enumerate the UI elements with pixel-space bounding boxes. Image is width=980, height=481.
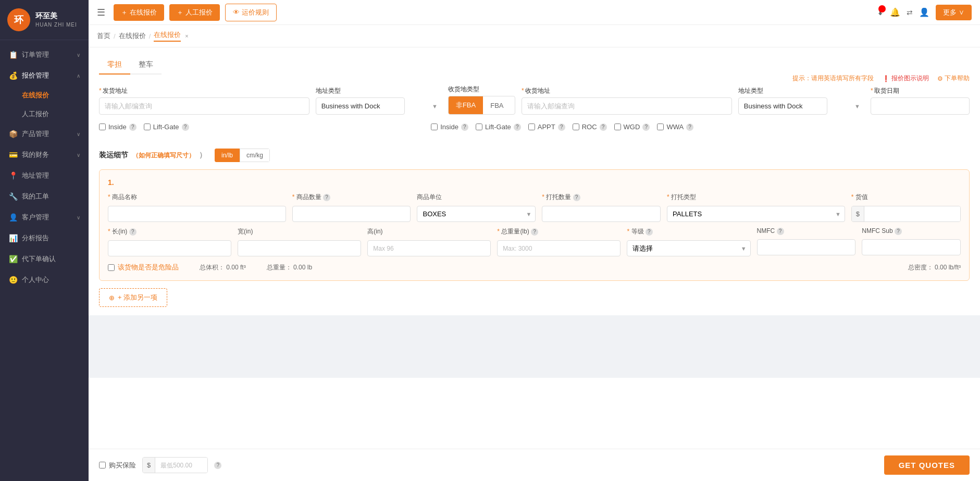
dangerous-checkbox[interactable] [108, 264, 115, 271]
download-button[interactable]: ⬇ [877, 7, 884, 17]
length-help-icon[interactable]: ? [129, 228, 137, 236]
form-hints: 提示：请用英语填写所有字段 ❗ 报价图示说明 ⚙ 下单帮助 [792, 74, 970, 83]
weight-help-icon[interactable]: ? [531, 228, 538, 236]
logo-icon: 环 [7, 8, 30, 31]
sidebar-item-product-mgmt[interactable]: 📦 产品管理 ∨ [0, 124, 89, 144]
sidebar-item-client-mgmt[interactable]: 👤 客户管理 ∨ [0, 207, 89, 228]
dest-wwa-checkbox[interactable] [657, 124, 664, 130]
dest-inside-checkbox[interactable] [431, 124, 438, 130]
get-quotes-button[interactable]: GET QUOTES [884, 455, 970, 475]
chevron-down-icon: ∨ [77, 131, 80, 137]
origin-address-type-select[interactable]: Business with Dock Business without Dock… [316, 97, 405, 115]
dest-wwa-checkbox-item: WWA ? [657, 123, 693, 131]
dest-liftgate-checkbox[interactable] [476, 124, 482, 130]
origin-inside-help-icon[interactable]: ? [129, 124, 137, 131]
sidebar-item-proxy-order[interactable]: ✅ 代下单确认 [0, 249, 89, 269]
sidebar-item-analysis[interactable]: 📊 分析报告 [0, 228, 89, 249]
form-row-1: *发货地址 地址类型 Business with Dock Business w… [99, 85, 970, 115]
sidebar-item-personal[interactable]: 🙂 个人中心 [0, 269, 89, 290]
online-quote-button[interactable]: ＋ 在线报价 [114, 4, 164, 21]
dest-inside-help-icon[interactable]: ? [461, 124, 468, 131]
sidebar-item-my-workorder[interactable]: 🔧 我的工单 [0, 186, 89, 207]
item-fields-row1: * 商品名称 * 商品数量 ? 商品单位 BOXES [108, 193, 961, 222]
tab-ftl[interactable]: 整车 [130, 56, 162, 75]
sidebar-item-manual-quote[interactable]: 人工报价 [0, 105, 89, 124]
origin-liftgate-help-icon[interactable]: ? [182, 124, 189, 131]
breadcrumb-online-quote-1[interactable]: 在线报价 [119, 31, 146, 41]
main-content: ☰ ＋ 在线报价 ＋ 人工报价 👁 运价规则 ⬇ 🔔 ⇄ 👤 [89, 0, 980, 481]
pallet-qty-help-icon[interactable]: ? [573, 194, 580, 201]
breadcrumb-online-quote-2[interactable]: 在线报价 [154, 30, 181, 42]
nmfc-input[interactable] [757, 239, 856, 255]
sidebar-item-online-quote[interactable]: 在线报价 [0, 86, 89, 105]
menu-toggle-icon[interactable]: ☰ [97, 7, 105, 18]
dest-wwa-help-icon[interactable]: ? [686, 124, 693, 131]
insurance-checkbox[interactable] [99, 462, 106, 468]
add-item-button[interactable]: ⊕ + 添加另一项 [99, 288, 167, 307]
quote-illustration-link[interactable]: ❗ 报价图示说明 [882, 74, 929, 83]
dest-liftgate-help-icon[interactable]: ? [514, 124, 521, 131]
order-help-link[interactable]: ⚙ 下单帮助 [937, 74, 970, 83]
dest-wgd-checkbox[interactable] [614, 124, 621, 130]
size-hint-link[interactable]: （如何正确填写尺寸） [132, 151, 195, 160]
width-input[interactable] [238, 240, 361, 256]
breadcrumb-close-button[interactable]: × [185, 33, 188, 39]
unit-cm-kg-button[interactable]: cm/kg [240, 149, 270, 162]
dest-wgd-checkbox-item: WGD ? [614, 123, 650, 131]
grade-select[interactable]: 请选择 50556065 7077.58592.5 100110125 [627, 240, 750, 256]
nmfc-help-icon[interactable]: ? [777, 228, 784, 235]
notification-button[interactable]: 🔔 [890, 7, 900, 17]
dest-address-type-field: 地址类型 Business with Dock Business without… [738, 87, 864, 115]
product-unit-select[interactable]: BOXES PALLETS PIECES CRATES [417, 206, 536, 222]
pickup-date-input[interactable] [871, 97, 970, 115]
dest-roc-checkbox[interactable] [573, 124, 579, 130]
download-badge [878, 5, 886, 13]
dest-roc-help-icon[interactable]: ? [600, 124, 607, 131]
product-name-input[interactable] [108, 206, 286, 222]
unit-in-lb-button[interactable]: in/lb [215, 149, 240, 162]
dest-address-input[interactable] [522, 97, 732, 115]
more-button[interactable]: 更多 ∨ [936, 5, 972, 20]
dest-checkbox-row: Inside ? Lift-Gate ? APPT ? [431, 123, 970, 131]
height-input[interactable] [367, 240, 491, 256]
product-qty-help-icon[interactable]: ? [323, 194, 330, 201]
total-weight-field: * 总重量(lb) ? [497, 227, 621, 256]
manual-quote-button[interactable]: ＋ 人工报价 [169, 4, 220, 21]
sidebar-item-quote-mgmt[interactable]: 💰 报价管理 ∧ [0, 65, 89, 86]
pricing-rule-button[interactable]: 👁 运价规则 [225, 4, 277, 21]
insurance-amount-input[interactable] [155, 458, 207, 473]
my-workorder-icon: 🔧 [8, 192, 18, 201]
breadcrumb-home[interactable]: 首页 [97, 31, 110, 41]
user-button[interactable]: 👤 [919, 7, 929, 17]
origin-inside-checkbox-item: Inside ? [99, 123, 137, 131]
origin-address-input[interactable] [99, 97, 309, 115]
sidebar: 环 环至美 HUAN ZHI MEI 📋 订单管理 ∨ 💰 报价管理 ∧ 在线报… [0, 0, 89, 481]
chevron-down-icon: ∨ [77, 215, 80, 220]
total-weight-input[interactable] [497, 240, 621, 256]
origin-liftgate-checkbox[interactable] [144, 124, 151, 130]
cargo-value-input[interactable] [864, 206, 960, 221]
non-fba-button[interactable]: 非FBA [449, 96, 483, 114]
fba-button[interactable]: FBA [483, 96, 511, 114]
origin-inside-checkbox[interactable] [99, 124, 106, 130]
grade-help-icon[interactable]: ? [646, 228, 653, 236]
pallet-type-select[interactable]: PALLETS SKIDS NONE [667, 206, 845, 222]
length-input[interactable] [108, 240, 231, 256]
product-qty-input[interactable] [292, 206, 411, 222]
dest-appt-checkbox[interactable] [528, 124, 535, 130]
nmfc-sub-help-icon[interactable]: ? [895, 228, 902, 235]
sidebar-item-order-mgmt[interactable]: 📋 订单管理 ∨ [0, 44, 89, 65]
proxy-order-icon: ✅ [8, 254, 18, 264]
nmfc-sub-input[interactable] [862, 239, 961, 255]
dest-appt-help-icon[interactable]: ? [558, 124, 565, 131]
sidebar-item-address-mgmt[interactable]: 📍 地址管理 [0, 165, 89, 186]
sidebar-item-my-finance[interactable]: 💳 我的财务 ∨ [0, 144, 89, 165]
product-name-field: * 商品名称 [108, 193, 286, 222]
exchange-button[interactable]: ⇄ [907, 8, 913, 17]
insurance-help-icon[interactable]: ? [214, 462, 221, 469]
dest-wgd-help-icon[interactable]: ? [642, 124, 650, 131]
gray-background-area [89, 315, 980, 378]
pallet-qty-input[interactable] [542, 206, 661, 222]
tab-ltl[interactable]: 零担 [99, 56, 130, 75]
dest-address-type-select[interactable]: Business with Dock Business without Dock… [738, 97, 827, 115]
